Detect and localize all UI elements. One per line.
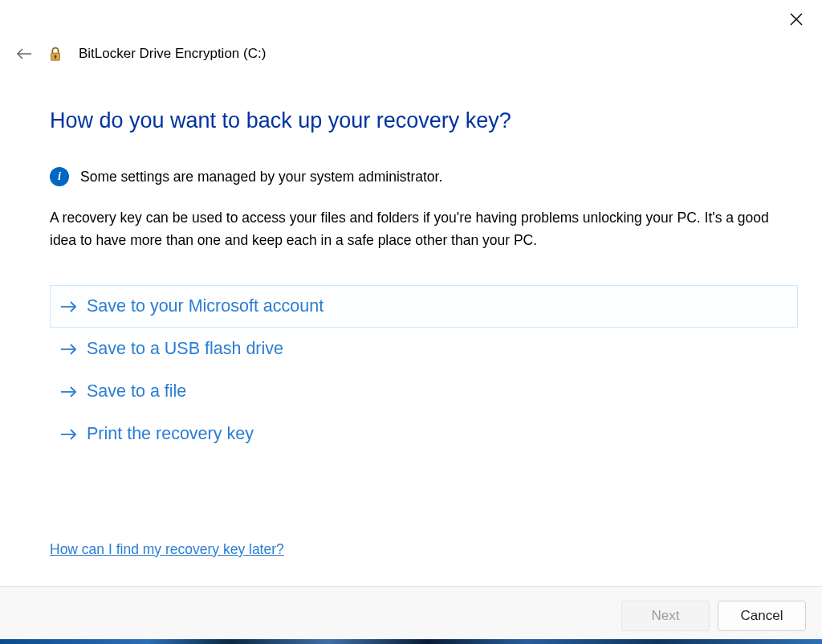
window-title: BitLocker Drive Encryption (C:) — [79, 46, 266, 62]
option-file[interactable]: Save to a file — [50, 370, 798, 413]
help-link-find-key[interactable]: How can I find my recovery key later? — [50, 541, 284, 557]
admin-info-text: Some settings are managed by your system… — [80, 169, 442, 185]
admin-info-row: i Some settings are managed by your syst… — [50, 167, 798, 186]
option-usb-flash-drive[interactable]: Save to a USB flash drive — [50, 328, 798, 370]
content-area: How do you want to back up your recovery… — [50, 108, 798, 455]
arrow-right-icon — [60, 426, 78, 443]
arrow-right-icon — [60, 298, 78, 316]
close-icon — [790, 13, 803, 26]
close-button[interactable] — [788, 11, 804, 27]
option-print[interactable]: Print the recovery key — [50, 413, 798, 455]
cancel-button[interactable]: Cancel — [718, 601, 806, 631]
svg-rect-5 — [55, 57, 55, 59]
header: BitLocker Drive Encryption (C:) — [16, 45, 266, 63]
option-microsoft-account[interactable]: Save to your Microsoft account — [50, 285, 798, 328]
back-arrow-icon — [16, 47, 32, 60]
back-button[interactable] — [16, 46, 32, 62]
footer-bar: Next Cancel — [0, 586, 822, 644]
option-label: Save to your Microsoft account — [87, 296, 324, 316]
backup-options-list: Save to your Microsoft accountSave to a … — [50, 285, 798, 455]
option-label: Print the recovery key — [87, 424, 254, 444]
arrow-right-icon — [60, 383, 78, 401]
help-link-wrap: How can I find my recovery key later? — [50, 541, 284, 558]
next-button[interactable]: Next — [621, 601, 710, 631]
taskbar-edge — [0, 639, 822, 644]
option-label: Save to a file — [87, 381, 186, 401]
info-icon: i — [50, 167, 69, 186]
page-heading: How do you want to back up your recovery… — [50, 108, 798, 133]
description-text: A recovery key can be used to access you… — [50, 207, 798, 251]
option-label: Save to a USB flash drive — [87, 339, 283, 359]
arrow-right-icon — [60, 340, 78, 358]
bitlocker-icon — [47, 45, 64, 63]
